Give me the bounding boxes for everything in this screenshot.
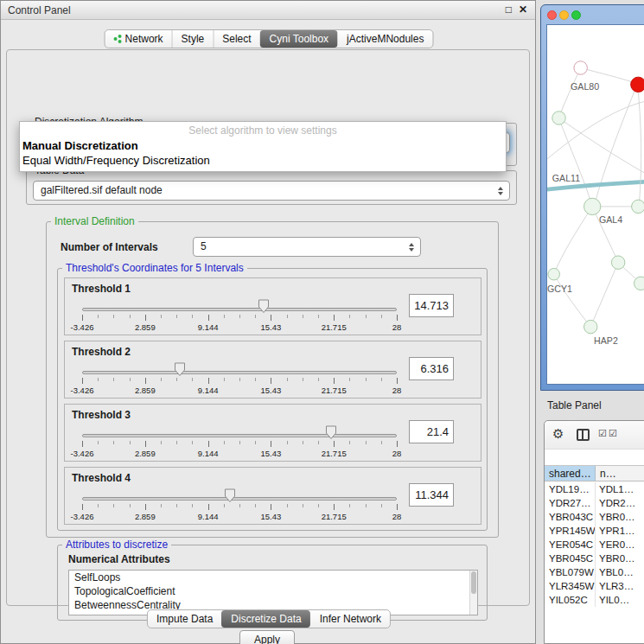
node-gal4[interactable] (584, 198, 601, 214)
threshold-value-input[interactable]: 11.344 (409, 483, 454, 507)
checkbox-icon[interactable]: ☑ (609, 428, 617, 439)
node-hap2[interactable] (584, 320, 597, 333)
threshold-slider[interactable]: -3.4262.8599.14415.4321.71528 (82, 297, 397, 334)
tab-infer-network[interactable]: Infer Network (310, 610, 390, 628)
cell-name[interactable]: YLR3… (596, 579, 644, 593)
node-a[interactable] (552, 112, 565, 124)
network-edge[interactable] (637, 84, 641, 205)
close-icon[interactable]: ✕ (519, 3, 527, 16)
cell-name[interactable]: YPR1… (596, 524, 644, 538)
algorithm-option-manual-discretization[interactable]: Manual Discretization (20, 138, 506, 153)
tick-mark (145, 441, 146, 447)
slider-track[interactable] (82, 497, 397, 501)
table-row[interactable]: YDR27…YDR2… (545, 496, 644, 510)
network-canvas[interactable]: GAL80GAL11GAL4GCY1HAP2 (546, 24, 644, 385)
table-row[interactable]: YBL079WYBL0… (545, 565, 644, 579)
algorithm-dropdown-popup: Select algorithm to view settings Manual… (19, 121, 507, 172)
cell-shared-name[interactable]: YIL052C (545, 593, 596, 607)
cell-shared-name[interactable]: YBR045C (545, 552, 596, 565)
attribute-item-topologicalcoefficient[interactable]: TopologicalCoefficient (69, 584, 477, 598)
table-row[interactable]: YER054CYER0… (545, 538, 644, 552)
number-of-intervals-select[interactable]: 5 (193, 237, 421, 257)
scale-label: 2.859 (135, 449, 156, 458)
tick-mark (208, 504, 209, 510)
table-row[interactable]: YPR145WYPR1… (545, 524, 644, 538)
network-edge[interactable] (594, 84, 637, 207)
table-row[interactable]: YIL052CYIL0… (545, 593, 644, 607)
network-edge[interactable] (559, 118, 644, 176)
columns-icon[interactable] (577, 429, 590, 441)
network-edge[interactable] (590, 263, 618, 327)
cell-name[interactable]: YBR0… (596, 510, 644, 524)
checkbox-icon[interactable]: ☑ (598, 428, 607, 439)
scale-label: 9.144 (198, 512, 219, 521)
cell-shared-name[interactable]: YER054C (545, 538, 596, 552)
network-edge[interactable] (559, 118, 593, 206)
tick-mark (130, 441, 131, 444)
cell-shared-name[interactable]: YDR27… (545, 496, 596, 510)
node-b[interactable] (632, 200, 644, 213)
tab-network[interactable]: Network (105, 30, 172, 48)
traffic-light-close-icon[interactable] (547, 10, 557, 20)
traffic-light-minimize-icon[interactable] (559, 10, 569, 20)
table-row[interactable]: YDL19…YDL1… (545, 482, 644, 496)
threshold-value-input[interactable]: 14.713 (409, 294, 454, 317)
traffic-light-zoom-icon[interactable] (571, 10, 581, 20)
tab-select[interactable]: Select (213, 30, 259, 48)
network-edge[interactable] (554, 207, 592, 274)
cell-name[interactable]: YIL0… (596, 593, 644, 607)
tab-discretize-data[interactable]: Discretize Data (221, 610, 309, 628)
cell-shared-name[interactable]: YPR145W (545, 524, 596, 538)
threshold-slider[interactable]: -3.4262.8599.14415.4321.71528 (82, 360, 397, 397)
node-c[interactable] (611, 256, 624, 269)
tab-cyni-toolbox[interactable]: Cyni Toolbox (260, 30, 337, 48)
float-window-icon[interactable]: □ (506, 3, 512, 16)
cell-name[interactable]: YDL1… (596, 482, 644, 496)
node-d[interactable] (634, 277, 644, 290)
threshold-slider[interactable]: -3.4262.8599.14415.4321.71528 (82, 424, 397, 460)
threshold-value-input[interactable]: 21.4 (409, 420, 454, 443)
table-data-select[interactable]: galFiltered.sif default node (33, 181, 510, 201)
network-edge[interactable] (554, 274, 591, 327)
cell-name[interactable]: YBR0… (596, 552, 644, 565)
cell-shared-name[interactable]: YLR345W (545, 579, 596, 593)
tab-style[interactable]: Style (172, 30, 214, 48)
column-header-n[interactable]: n… (596, 466, 644, 481)
cell-name[interactable]: YDR2… (596, 496, 644, 510)
node-red[interactable] (631, 77, 644, 92)
table-row[interactable]: YBR045CYBR0… (545, 552, 644, 565)
slider-track[interactable] (82, 371, 397, 374)
cell-name[interactable]: YER0… (596, 538, 644, 552)
tick-mark (287, 378, 288, 381)
threshold-value-input[interactable]: 6.316 (409, 357, 454, 380)
tick-mark (176, 378, 177, 381)
slider-thumb[interactable] (258, 299, 270, 314)
threshold-slider[interactable]: -3.4262.8599.14415.4321.71528 (82, 487, 397, 523)
vertical-scrollbar[interactable] (469, 571, 477, 615)
cell-shared-name[interactable]: YDL19… (545, 482, 596, 496)
gear-icon[interactable]: ⚙ (552, 426, 564, 442)
table-row[interactable]: YBR043CYBR0… (545, 510, 644, 524)
tab-impute-data[interactable]: Impute Data (148, 610, 221, 628)
node-gal80[interactable] (574, 61, 587, 74)
algorithm-option-equal-width-frequency-discretization[interactable]: Equal Width/Frequency Discretization (20, 153, 506, 168)
attribute-item-selfloops[interactable]: SelfLoops (69, 571, 477, 584)
cell-shared-name[interactable]: YBL079W (545, 565, 596, 579)
slider-thumb[interactable] (325, 425, 337, 440)
cell-name[interactable]: YBL0… (596, 565, 644, 579)
table-row[interactable]: YLR345WYLR3… (545, 579, 644, 593)
slider-track[interactable] (82, 434, 397, 437)
scrollbar-thumb[interactable] (471, 571, 476, 594)
tab-jactivemnodules[interactable]: jActiveMNodules (337, 30, 432, 48)
node-gcy1[interactable] (548, 268, 560, 280)
apply-button[interactable]: Apply (239, 630, 295, 644)
slider-thumb[interactable] (224, 488, 236, 503)
scale-label: 9.144 (198, 449, 219, 458)
node-label-gal11: GAL11 (552, 173, 580, 183)
slider-thumb[interactable] (174, 362, 186, 377)
tick-mark (255, 504, 256, 507)
column-header-shared[interactable]: shared… (545, 466, 596, 481)
cell-shared-name[interactable]: YBR043C (545, 510, 596, 524)
slider-track[interactable] (82, 308, 397, 311)
network-edge[interactable] (559, 67, 581, 118)
